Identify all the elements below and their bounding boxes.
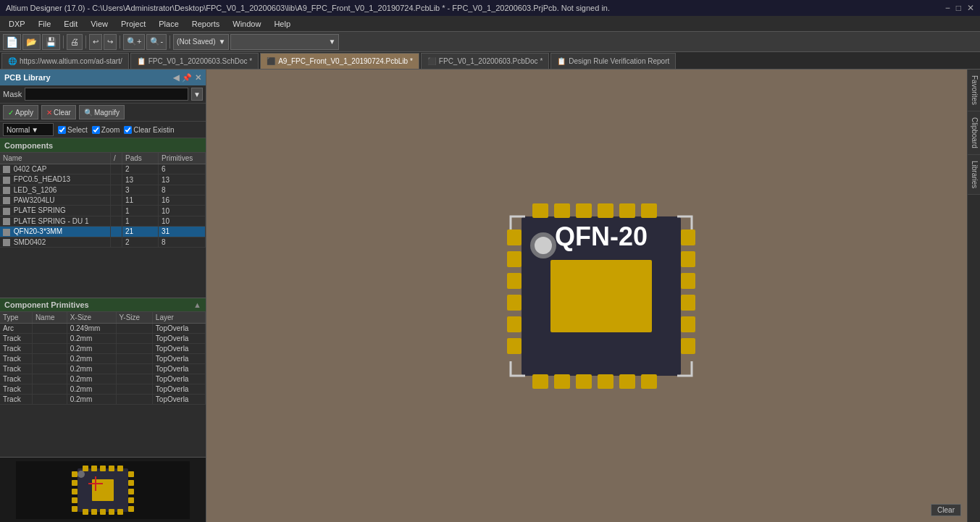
tab-schdoc[interactable]: 📋 FPC_V0_1_20200603.SchDoc * [130, 53, 259, 69]
toolbar-net-dropdown[interactable]: ▼ [230, 34, 339, 50]
toolbar-zoom-out[interactable]: 🔍- [146, 34, 167, 50]
menu-place[interactable]: Place [153, 18, 185, 30]
tab-report[interactable]: 📋 Design Rule Verification Report [550, 53, 676, 69]
tab-pcblib[interactable]: ⬛ A9_FPC_Front_V0_1_20190724.PcbLib * [260, 53, 419, 69]
select-checkbox[interactable] [58, 126, 66, 134]
toolbar-separator-2 [85, 35, 86, 49]
pin-icon[interactable]: 📌 [182, 73, 192, 83]
component-pads: 1 [122, 216, 159, 226]
svg-rect-50 [681, 316, 695, 332]
mode-dropdown[interactable]: Normal ▼ [3, 123, 54, 136]
menu-edit[interactable]: Edit [58, 18, 83, 30]
net-chevron-icon: ▼ [328, 38, 335, 46]
prim-ysize [116, 324, 152, 334]
prim-col-layer: Layer [152, 312, 205, 324]
magnify-button[interactable]: 🔍 Magnify [79, 105, 125, 119]
svg-rect-43 [507, 295, 522, 311]
svg-rect-4 [100, 466, 106, 471]
clear-filter-button[interactable]: ✕ Clear [41, 105, 76, 119]
minimize-button[interactable]: − [945, 3, 950, 13]
component-name: FPC0.5_HEAD13 [0, 174, 111, 185]
tab-pcbdoc[interactable]: ⬛ FPC_V0_1_20200603.PcbDoc * [421, 53, 549, 69]
table-row[interactable]: QFN20-3*3MM 21 31 [0, 227, 206, 237]
sidebar-favorites[interactable]: Favorites [968, 70, 980, 111]
table-row[interactable]: LED_S_1206 3 8 [0, 185, 206, 195]
apply-button[interactable]: ✓ Apply [3, 105, 38, 119]
component-icon [3, 187, 10, 194]
zoom-checkbox[interactable] [92, 126, 100, 134]
menu-dxp[interactable]: DXP [3, 18, 31, 30]
svg-rect-13 [72, 480, 78, 486]
qfn-chip-svg: QFN-20 [456, 151, 746, 441]
not-saved-dropdown[interactable]: (Not Saved) ▼ [173, 34, 229, 50]
globe-icon: 🌐 [8, 57, 17, 65]
list-item[interactable]: Track 0.2mm TopOverla [0, 374, 206, 384]
components-table[interactable]: Name / Pads Primitives 0402 CAP 2 6 FPC0… [0, 153, 206, 298]
table-row[interactable]: FPC0.5_HEAD13 13 13 [0, 174, 206, 185]
close-panel-icon[interactable]: ✕ [195, 73, 201, 83]
toolbar-undo[interactable]: ↩ [89, 34, 102, 50]
primitives-list: Type Name X-Size Y-Size Layer Arc 0.249m… [0, 312, 206, 405]
table-row[interactable]: SMD0402 2 8 [0, 237, 206, 247]
svg-rect-47 [681, 251, 695, 267]
menu-window[interactable]: Window [227, 18, 267, 30]
tab-adstart[interactable]: 🌐 https://www.altium.com/ad-start/ [1, 53, 129, 69]
component-primitives: 16 [159, 195, 206, 206]
menu-view[interactable]: View [85, 18, 114, 30]
sidebar-libraries[interactable]: Libraries [968, 155, 980, 195]
component-name: LED_S_1206 [0, 185, 111, 195]
table-row[interactable]: PLATE SPRING 1 10 [0, 206, 206, 216]
svg-rect-14 [72, 489, 78, 494]
table-row[interactable]: PAW3204LU 11 16 [0, 195, 206, 206]
component-sort [111, 216, 122, 226]
sidebar-clipboard[interactable]: Clipboard [968, 111, 980, 155]
prim-name [32, 354, 67, 364]
svg-rect-10 [109, 509, 114, 515]
bottom-clear-button[interactable]: Clear [931, 504, 961, 516]
toolbar-save[interactable]: 💾 [42, 34, 60, 50]
svg-point-23 [78, 471, 85, 478]
list-item[interactable]: Track 0.2mm TopOverla [0, 364, 206, 374]
prim-ysize [116, 384, 152, 395]
close-button[interactable]: ✕ [967, 3, 974, 13]
component-sort [111, 237, 122, 247]
component-primitives: 31 [159, 227, 206, 237]
mask-input[interactable] [25, 88, 188, 101]
prim-xsize: 0.2mm [67, 384, 116, 395]
table-row[interactable]: PLATE SPRING - DU 1 1 10 [0, 216, 206, 226]
list-item[interactable]: Arc 0.249mm TopOverla [0, 324, 206, 334]
list-item[interactable]: Track 0.2mm TopOverla [0, 334, 206, 344]
pcblib-icon: ⬛ [267, 57, 275, 65]
tabbar: 🌐 https://www.altium.com/ad-start/ 📋 FPC… [0, 52, 980, 70]
maximize-button[interactable]: □ [956, 3, 961, 13]
left-panel: PCB Library ◀ 📌 ✕ Mask ▼ ✓ Apply ✕ Clear [0, 70, 206, 522]
mask-dropdown-button[interactable]: ▼ [191, 88, 203, 101]
toolbar-zoom-in[interactable]: 🔍+ [123, 34, 145, 50]
component-primitives: 8 [159, 237, 206, 247]
left-arrow-icon[interactable]: ◀ [173, 73, 179, 83]
canvas-area[interactable]: QFN-20 Clear [206, 70, 967, 522]
menu-help[interactable]: Help [268, 18, 296, 30]
toolbar-print[interactable]: 🖨 [67, 34, 83, 50]
toolbar-redo[interactable]: ↪ [104, 34, 117, 50]
table-row[interactable]: 0402 CAP 2 6 [0, 164, 206, 174]
list-item[interactable]: Track 0.2mm TopOverla [0, 395, 206, 405]
menu-project[interactable]: Project [115, 18, 151, 30]
clear-existing-checkbox[interactable] [124, 126, 132, 134]
pcb-library-title: PCB Library [4, 73, 51, 82]
menu-file[interactable]: File [33, 18, 57, 30]
menu-reports[interactable]: Reports [186, 18, 226, 30]
toolbar-new[interactable]: 📄 [3, 34, 21, 50]
component-icon [3, 177, 10, 184]
list-item[interactable]: Track 0.2mm TopOverla [0, 354, 206, 364]
list-item[interactable]: Track 0.2mm TopOverla [0, 344, 206, 354]
component-name: PLATE SPRING [0, 206, 111, 216]
select-label: Select [67, 126, 88, 134]
toolbar-open[interactable]: 📂 [22, 34, 41, 50]
col-sort[interactable]: / [111, 153, 122, 164]
toolbar-separator-1 [63, 35, 64, 49]
list-item[interactable]: Track 0.2mm TopOverla [0, 384, 206, 395]
primitives-up-icon[interactable]: ▲ [193, 300, 201, 309]
primitives-table-wrap[interactable]: Type Name X-Size Y-Size Layer Arc 0.249m… [0, 312, 206, 457]
prim-type: Track [0, 364, 32, 374]
